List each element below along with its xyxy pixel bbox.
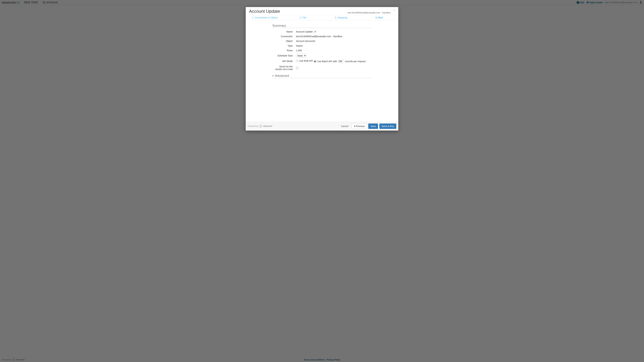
label-object: Object [272, 40, 296, 42]
step-file[interactable]: 2. File [284, 15, 322, 20]
value-connection: test-81vb09htl1ad@example.com - Sandbox [296, 35, 342, 38]
label-name: Name [272, 30, 296, 33]
modal-brand-tm: ™ [272, 125, 273, 126]
modal-header: Account Update test-81vb09htl1ad@example… [246, 7, 398, 15]
chevron-right-icon [272, 75, 274, 77]
batch-api-suffix: records per request. [345, 60, 366, 63]
previous-button[interactable]: Previous [352, 123, 367, 129]
modal-footer: Powered by MuleSoft™ Cancel Previous Sav… [246, 122, 398, 131]
value-rows: 1,000 [296, 49, 302, 52]
modal-subtitle: test-81vb09htl1ad@example.com - Sandbox [348, 11, 391, 14]
close-icon[interactable]: × [394, 9, 395, 12]
step-run[interactable]: 4. Run [360, 15, 398, 20]
modal-body: Summary Name Account Update Connection t… [246, 20, 398, 122]
edit-name-icon[interactable] [314, 31, 316, 33]
radio-batch-api[interactable] [314, 60, 316, 62]
label-type: Type [272, 44, 296, 47]
summary-heading: Summary [272, 24, 372, 28]
mulesoft-icon [259, 125, 262, 128]
modal-brand-label: MuleSoft [263, 125, 272, 127]
email-results-checkbox[interactable] [296, 67, 298, 69]
modal-powered-by: Powered by MuleSoft™ [248, 125, 273, 128]
label-api-mode: API Mode [272, 59, 296, 62]
value-type: Import [296, 44, 303, 47]
step-mapping[interactable]: 3. Mapping [322, 15, 360, 20]
step-tabs: 1. Connection & Object 2. File 3. Mappin… [246, 15, 398, 20]
radio-bulk-api[interactable] [296, 60, 298, 62]
cancel-button[interactable]: Cancel [339, 124, 350, 129]
value-name: Account Update [296, 30, 313, 33]
previous-label: Previous [356, 125, 365, 128]
advanced-label: Advanced [275, 74, 289, 78]
task-modal: Account Update test-81vb09htl1ad@example… [246, 7, 398, 131]
label-schedule: Schedule Task [272, 54, 296, 57]
modal-powered-label: Powered by [248, 125, 258, 127]
advanced-heading[interactable]: Advanced [272, 74, 372, 78]
label-email: Send me the results via e-mail [272, 65, 296, 70]
label-connection: Connection [272, 35, 296, 38]
chevron-left-icon [354, 125, 355, 127]
bulk-api-label: Use Bulk API [299, 59, 313, 62]
save-button[interactable]: Save [368, 123, 378, 129]
svg-point-6 [260, 125, 262, 128]
step-connection[interactable]: 1. Connection & Object [246, 15, 284, 20]
modal-title: Account Update [249, 9, 280, 14]
label-rows: Rows [272, 49, 296, 52]
batch-api-prefix: Use Batch API with [317, 60, 337, 63]
batch-size-input[interactable] [338, 60, 344, 63]
value-object: Account (Account) [296, 40, 315, 42]
save-run-button[interactable]: Save & Run [379, 123, 396, 129]
schedule-select[interactable]: None [296, 54, 306, 57]
